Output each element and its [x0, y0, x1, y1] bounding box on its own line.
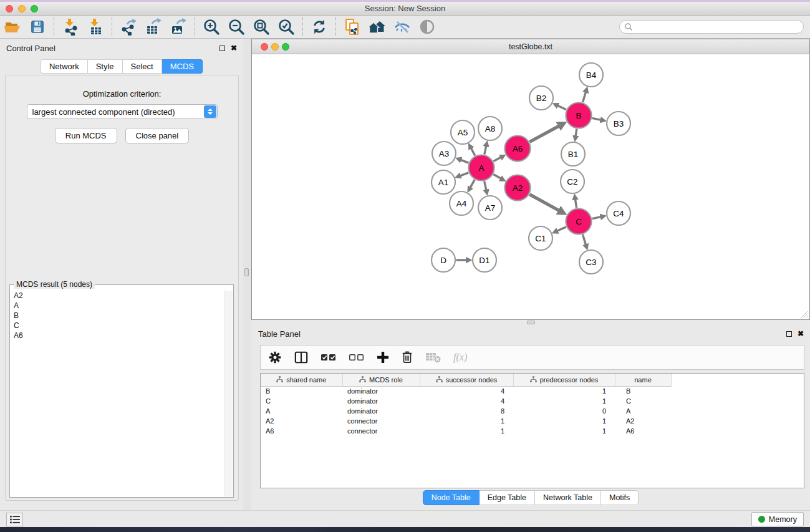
close-panel-icon[interactable]: ✖ [798, 330, 804, 337]
function-builder-button[interactable]: f(x) [453, 352, 467, 363]
show-all-button[interactable] [365, 17, 390, 37]
zoom-selected-button[interactable] [274, 17, 299, 37]
show-columns-button[interactable] [294, 351, 309, 364]
table-cell[interactable]: connector [342, 416, 420, 426]
graph-edge-C-C3[interactable] [583, 235, 586, 244]
mcds-result-item[interactable]: A2 [11, 291, 224, 301]
apply-layout-button[interactable] [307, 17, 332, 37]
graph-edge-B-B3[interactable] [592, 118, 601, 120]
table-cell[interactable]: A2 [615, 416, 671, 426]
graph-node-D1[interactable]: D1 [473, 248, 496, 272]
table-row[interactable]: A2connector11A2 [261, 416, 804, 426]
table-cell[interactable]: dominator [342, 406, 420, 416]
graph-edge-A-A4[interactable] [470, 180, 475, 188]
graph-node-C[interactable]: C [566, 209, 592, 235]
graph-edge-C-C1[interactable] [557, 227, 566, 231]
close-panel-button[interactable]: Close panel [125, 128, 190, 143]
export-image-button[interactable] [166, 17, 191, 37]
clone-network-button[interactable] [340, 17, 365, 37]
export-table-button[interactable] [141, 17, 166, 37]
mcds-result-item[interactable]: C [11, 321, 224, 331]
table-cell[interactable]: 1 [513, 426, 615, 436]
graph-node-A5[interactable]: A5 [451, 120, 475, 144]
table-cell[interactable]: A6 [261, 426, 342, 436]
criterion-dropdown[interactable]: largest connected component (directed) [27, 104, 218, 119]
graph-edge-A-A7[interactable] [485, 181, 486, 190]
table-row[interactable]: Cdominator41C [261, 396, 804, 406]
graph-node-A7[interactable]: A7 [478, 196, 502, 220]
graph-node-C2[interactable]: C2 [561, 170, 584, 193]
column-header-predecessor-nodes[interactable]: predecessor nodes [513, 374, 615, 386]
tab-network[interactable]: Network [41, 59, 88, 74]
graph-node-C4[interactable]: C4 [607, 201, 630, 225]
table-row[interactable]: Bdominator41B [261, 386, 804, 396]
search-input[interactable] [633, 21, 795, 32]
table-cell[interactable]: A [615, 406, 671, 416]
graph-node-B4[interactable]: B4 [579, 63, 603, 87]
table-cell[interactable]: 1 [513, 416, 615, 426]
table-cell[interactable]: B [261, 386, 342, 396]
table-row[interactable]: A6connector11A6 [261, 426, 804, 436]
graph-edge-B-B4[interactable] [583, 92, 586, 102]
table-row[interactable]: Adominator80A [261, 406, 804, 416]
open-session-button[interactable] [0, 17, 25, 37]
table-cell[interactable]: A2 [261, 416, 342, 426]
graph-edge-A6-B[interactable] [529, 126, 559, 142]
save-session-button[interactable] [25, 17, 50, 37]
table-cell[interactable]: dominator [342, 396, 420, 406]
graph-node-C3[interactable]: C3 [579, 250, 603, 274]
export-network-button[interactable] [116, 17, 141, 37]
zoom-out-button[interactable] [224, 17, 249, 37]
graph-edge-B-B2[interactable] [557, 105, 566, 110]
task-history-button[interactable] [6, 513, 23, 526]
table-cell[interactable]: 4 [420, 396, 513, 406]
close-panel-icon[interactable]: ✖ [231, 44, 237, 52]
table-cell[interactable]: C [615, 396, 671, 406]
graph-node-B1[interactable]: B1 [561, 142, 585, 166]
graph-node-A3[interactable]: A3 [432, 142, 456, 165]
search-field[interactable] [619, 20, 804, 34]
import-table-button[interactable] [83, 17, 108, 37]
zoom-in-button[interactable] [199, 17, 224, 37]
deselect-all-rows-button[interactable] [349, 351, 365, 364]
table-cell[interactable]: 0 [513, 406, 615, 416]
graph-edge-C-C4[interactable] [592, 217, 601, 219]
graph-edge-A-A3[interactable] [461, 160, 469, 163]
table-cell[interactable]: 8 [420, 406, 513, 416]
tab-node-table[interactable]: Node Table [423, 490, 480, 505]
table-cell[interactable]: 1 [420, 426, 513, 436]
mcds-result-item[interactable]: A6 [11, 331, 224, 341]
graph-node-B3[interactable]: B3 [607, 112, 630, 135]
float-panel-icon[interactable] [786, 331, 792, 337]
tab-network-table[interactable]: Network Table [535, 490, 601, 505]
table-cell[interactable]: connector [342, 426, 420, 436]
table-cell[interactable]: 1 [513, 396, 615, 406]
hide-selected-button[interactable] [390, 17, 415, 37]
graph-edge-A-A1[interactable] [460, 173, 468, 176]
table-cell[interactable]: 4 [420, 386, 513, 396]
tab-edge-table[interactable]: Edge Table [480, 490, 535, 505]
network-canvas[interactable]: B4B2BB3A5A8A6B1A3AC2A1A2A4A7C4CC1C3DD1 [252, 54, 809, 319]
delete-table-button[interactable] [425, 351, 441, 364]
tab-motifs[interactable]: Motifs [601, 490, 639, 505]
graph-edge-A2-C[interactable] [529, 195, 559, 211]
run-mcds-button[interactable]: Run MCDS [55, 128, 117, 143]
show-graphics-details-button[interactable] [415, 17, 440, 37]
graph-edge-A-A2[interactable] [493, 175, 501, 179]
table-cell[interactable]: A [261, 406, 342, 416]
graph-node-A8[interactable]: A8 [478, 117, 502, 140]
mcds-result-item[interactable]: B [11, 311, 224, 321]
delete-columns-button[interactable] [401, 351, 413, 364]
table-cell[interactable]: 1 [420, 416, 513, 426]
import-network-button[interactable] [58, 17, 83, 37]
graph-edge-C-C2[interactable] [576, 200, 577, 208]
graph-node-A6[interactable]: A6 [505, 136, 531, 162]
graph-edge-A-A8[interactable] [485, 146, 486, 154]
column-header-shared-name[interactable]: shared name [261, 374, 342, 386]
column-header-successor-nodes[interactable]: successor nodes [420, 374, 513, 386]
window-resize-grip[interactable] [801, 311, 808, 318]
select-all-rows-button[interactable] [321, 351, 337, 364]
table-settings-button[interactable] [268, 351, 282, 364]
graph-node-A[interactable]: A [469, 155, 494, 181]
float-panel-icon[interactable] [219, 46, 225, 51]
